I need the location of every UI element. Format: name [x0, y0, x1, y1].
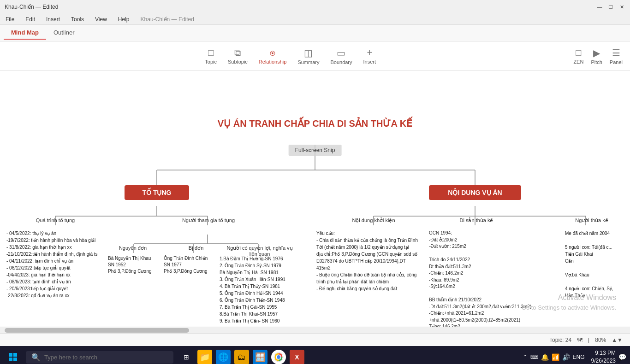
- toolbar-subtopic[interactable]: ⧉ Subtopic: [228, 47, 248, 65]
- content-bidon: Ông Trần Đình Chiến SN 1977 Phố 3,P.Đông…: [164, 255, 214, 275]
- title-bar-right: — ☐ ✕: [596, 3, 625, 11]
- content-nguyendon: Bà Nguyễn Thị Khau SN 1952 Phố 3,P.Đông …: [108, 255, 156, 275]
- taskbar-app-chrome[interactable]: [271, 350, 286, 364]
- boundary-icon: ▭: [337, 47, 345, 59]
- notification-icon[interactable]: 🔔: [541, 353, 549, 361]
- map-icon: 🗺: [577, 337, 582, 343]
- content-ndkk: Yêu cầu: - Chia di sản thừa kế của chồng…: [316, 230, 418, 292]
- menu-view[interactable]: View: [93, 15, 109, 23]
- toolbar-panel[interactable]: ☰ Panel: [610, 47, 623, 65]
- tab-mindmap[interactable]: Mind Map: [4, 26, 46, 40]
- title-bar-left: Khau-Chiến — Edited: [5, 4, 58, 10]
- taskbar: 🔍 ⊞ 📁 🌐 🗂 🪟 X ⌃ ⌨ 🔔 📶 🔊 ENG 9:13 PM 9/26…: [0, 346, 630, 364]
- root-node: VỤ ÁN TRANH CHẤP CHIA DI SẢN THỪA KẾ: [218, 117, 412, 130]
- search-input[interactable]: [44, 354, 164, 361]
- horizontal-scrollbar[interactable]: [0, 327, 630, 333]
- menu-bar: File Edit Insert Tools View Help Khau-Ch…: [0, 14, 630, 25]
- maximize-button[interactable]: ☐: [607, 3, 614, 11]
- volume-icon[interactable]: 🔊: [562, 353, 570, 361]
- taskbar-app-explorer[interactable]: 🗂: [234, 350, 249, 364]
- topic-icon: □: [208, 47, 214, 58]
- summary-icon: ◫: [304, 47, 313, 59]
- toolbar-right: □ ZEN ▶ Pitch ☰ Panel: [573, 47, 623, 65]
- content-quatrinh: - 04/5/2022: thụ lý vụ án -19/7/2022: ti…: [6, 230, 103, 299]
- canvas-area: VỤ ÁN TRANH CHẤP CHIA DI SẢN THỪA KẾ TỐ …: [0, 71, 630, 327]
- scrollbar-thumb[interactable]: [5, 328, 189, 333]
- zoom-value: 80%: [595, 337, 606, 343]
- right-branch-node[interactable]: NỘI DUNG VỤ ÁN: [429, 185, 521, 200]
- task-view-button[interactable]: ⊞: [179, 350, 194, 364]
- menu-edit[interactable]: Edit: [24, 15, 37, 23]
- tab-outliner[interactable]: Outliner: [46, 26, 82, 40]
- sub-label-nguoitg: Người tham gia tố tụng: [172, 217, 245, 223]
- content-coquyen: 1.Bà Đặm Thị Hường-SN 1976 2. Ông Trần Đ…: [220, 255, 298, 324]
- svg-rect-19: [9, 353, 12, 357]
- taskbar-clock: 9:13 PM 9/26/2023: [591, 349, 616, 364]
- svg-point-24: [277, 355, 280, 359]
- notification-center-icon[interactable]: 💬: [618, 353, 626, 361]
- sub-label-nguoitk: Người thừa kế: [566, 217, 617, 223]
- taskbar-sys-icons: ⌃ ⌨ 🔔 📶 🔊 ENG 9:13 PM 9/26/2023 💬: [523, 349, 626, 364]
- taskbar-app-store[interactable]: 🪟: [253, 350, 267, 364]
- insert-icon: +: [367, 47, 372, 58]
- notification-snip: Full-screen Snip: [289, 145, 342, 156]
- title-bar: Khau-Chiến — Edited — ☐ ✕: [0, 0, 630, 14]
- close-button[interactable]: ✕: [618, 3, 625, 11]
- subtopic-icon: ⧉: [234, 47, 241, 58]
- sub-label-quatrinh: Quá trình tố tụng: [23, 217, 88, 223]
- expand-tray-icon[interactable]: ⌃: [523, 354, 528, 360]
- chrome-icon: [273, 352, 284, 362]
- content-disan: GCN 1994: -Đất ở:200m2 -Đất vườn: 215m2 …: [429, 230, 540, 327]
- menu-docname: Khau-Chiến — Edited: [139, 15, 196, 23]
- content-nguoitk: Me đã chết năm 2004 5 người con: Tới(đã …: [565, 230, 627, 299]
- menu-tools[interactable]: Tools: [69, 15, 86, 23]
- zoom-level: |: [588, 337, 589, 343]
- search-bar[interactable]: 🔍: [26, 351, 173, 364]
- relationship-icon: ⍟: [270, 47, 275, 58]
- windows-icon: [8, 352, 18, 362]
- svg-rect-22: [13, 358, 17, 361]
- panel-icon: ☰: [612, 47, 620, 59]
- topic-count: Topic: 24: [549, 337, 571, 343]
- taskbar-app-files[interactable]: 📁: [197, 350, 212, 364]
- minimize-button[interactable]: —: [596, 3, 603, 11]
- toolbar-center: □ Topic ⧉ Subtopic ⍟ Relationship ◫ Summ…: [205, 47, 376, 65]
- zen-icon: □: [576, 47, 581, 58]
- status-bar: Topic: 24 🗺 | 80% ▲▼: [0, 333, 630, 346]
- sub-label-ndkk: Nội dung khởi kiện: [346, 217, 401, 223]
- pitch-icon: ▶: [593, 47, 600, 59]
- app-title: Khau-Chiến — Edited: [5, 4, 58, 10]
- taskbar-app-edge[interactable]: 🌐: [216, 350, 231, 364]
- lang-label: ENG: [573, 354, 585, 360]
- left-branch-node[interactable]: TỐ TỤNG: [125, 185, 189, 200]
- sub-label-disan: Di sản thừa kế: [451, 217, 502, 223]
- svg-rect-21: [9, 358, 12, 361]
- toolbar-topic[interactable]: □ Topic: [205, 47, 217, 65]
- menu-insert[interactable]: Insert: [44, 15, 62, 23]
- toolbar: □ Topic ⧉ Subtopic ⍟ Relationship ◫ Summ…: [0, 41, 630, 71]
- start-button[interactable]: [4, 348, 22, 364]
- svg-rect-20: [13, 353, 17, 357]
- sub-label-bidon: Bị đơn: [182, 245, 210, 251]
- taskbar-app-red[interactable]: X: [290, 350, 304, 364]
- keyboard-icon: ⌨: [530, 354, 538, 360]
- toolbar-boundary[interactable]: ▭ Boundary: [330, 47, 352, 65]
- toolbar-insert[interactable]: + Insert: [363, 47, 376, 65]
- network-icon[interactable]: 📶: [552, 353, 559, 361]
- toolbar-summary[interactable]: ◫ Summary: [297, 47, 319, 65]
- menu-file[interactable]: File: [4, 15, 16, 23]
- toolbar-pitch[interactable]: ▶ Pitch: [591, 47, 602, 65]
- toolbar-zen[interactable]: □ ZEN: [573, 47, 583, 65]
- search-icon: 🔍: [31, 353, 41, 362]
- tab-bar: Mind Map Outliner: [0, 25, 630, 41]
- zoom-stepper[interactable]: ▲▼: [612, 337, 623, 343]
- toolbar-relationship[interactable]: ⍟ Relationship: [259, 47, 287, 65]
- menu-help[interactable]: Help: [116, 15, 131, 23]
- sub-label-nguyendon: Nguyên đơn: [114, 245, 151, 251]
